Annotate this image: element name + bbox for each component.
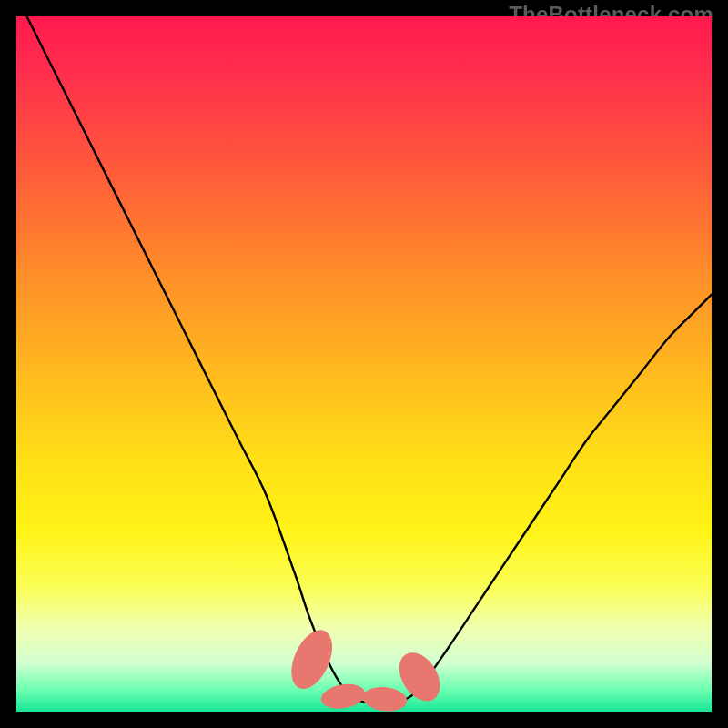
plot-area — [16, 16, 712, 712]
chart-frame: TheBottleneck.com — [0, 0, 728, 728]
curve-nodules — [283, 624, 448, 712]
nodule-bottom-left — [319, 681, 368, 712]
nodule-left — [283, 624, 340, 695]
nodule-bottom-right — [361, 685, 408, 712]
chart-svg — [16, 16, 712, 712]
bottleneck-curve — [16, 16, 712, 703]
